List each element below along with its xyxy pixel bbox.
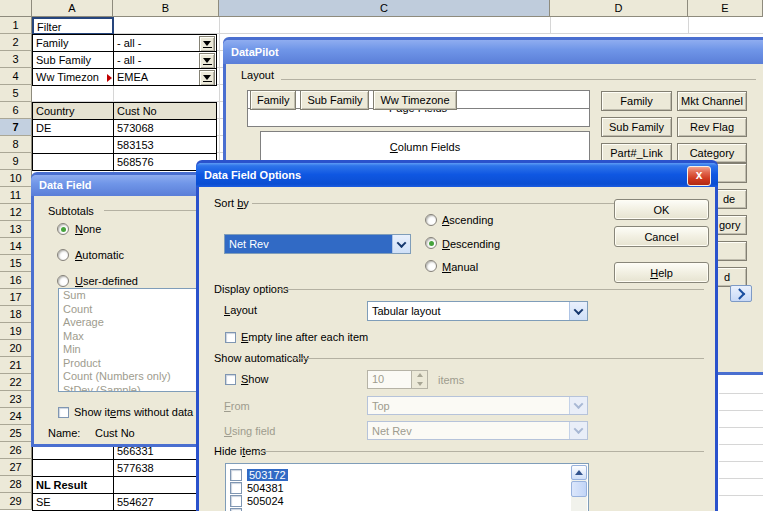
cell-b6[interactable]: Cust No <box>113 102 217 120</box>
data-field-titlebar[interactable]: Data Field <box>31 175 206 196</box>
function-list-item[interactable]: Sum <box>59 289 199 303</box>
row-header[interactable]: 8 <box>0 136 32 153</box>
scroll-right-button[interactable] <box>730 285 752 302</box>
row-header[interactable]: 3 <box>0 51 32 68</box>
hide-item-label[interactable]: 503172 <box>247 469 288 481</box>
subtotals-user-defined-radio[interactable] <box>57 275 69 287</box>
row-header[interactable]: 13 <box>0 221 32 238</box>
field-button[interactable]: Mkt Channel <box>677 91 747 111</box>
row-header[interactable]: 1 <box>0 17 32 34</box>
ascending-label[interactable]: Ascending <box>442 214 493 226</box>
cell-b4[interactable]: EMEA <box>113 68 217 86</box>
cancel-button[interactable]: Cancel <box>614 226 709 247</box>
datapilot-titlebar[interactable]: DataPilot <box>223 40 763 64</box>
hide-item-checkbox[interactable] <box>230 508 242 511</box>
cell-a2[interactable]: Family <box>32 34 114 52</box>
cell-b2[interactable]: - all - <box>113 34 217 52</box>
hide-item-row[interactable]: 505024 <box>226 494 588 507</box>
hide-items-list[interactable]: 503172 504381 505024 <box>225 463 589 511</box>
ok-button[interactable]: OK <box>614 199 709 220</box>
field-button[interactable]: Family <box>601 91 672 111</box>
page-field-button[interactable]: Sub Family <box>300 90 369 110</box>
col-header-c[interactable]: C <box>219 0 550 17</box>
scrollbar[interactable] <box>571 465 587 511</box>
corner-header[interactable] <box>0 0 32 17</box>
row-header[interactable]: 25 <box>0 425 32 442</box>
manual-label[interactable]: Manual <box>442 261 478 273</box>
hide-item-row[interactable]: 504381 <box>226 481 588 494</box>
empty-line-label[interactable]: Empty line after each item <box>241 331 368 343</box>
row-header[interactable]: 12 <box>0 204 32 221</box>
show-items-without-data-label[interactable]: Show items without data <box>74 406 193 418</box>
close-icon[interactable]: x <box>687 166 711 186</box>
subtotals-user-defined-label[interactable]: User-defined <box>75 275 138 287</box>
scrollbar-thumb[interactable] <box>571 481 587 497</box>
cell-a29[interactable]: SE <box>32 493 114 511</box>
row-header[interactable]: 9 <box>0 153 32 170</box>
show-items-without-data-checkbox[interactable] <box>58 407 69 418</box>
function-list-item[interactable]: Count (Numbers only) <box>59 370 199 384</box>
show-label[interactable]: Show <box>241 373 269 385</box>
hide-item-row[interactable]: 503172 <box>226 468 588 481</box>
hide-item-row[interactable] <box>226 507 588 511</box>
row-header[interactable]: 4 <box>0 68 32 85</box>
page-filter-dropdown-icon[interactable] <box>199 36 215 52</box>
grid-area-bottom-right[interactable] <box>719 377 763 511</box>
page-filter-dropdown-icon[interactable] <box>199 53 215 69</box>
cell-b3[interactable]: - all - <box>113 51 217 69</box>
hide-item-checkbox[interactable] <box>230 469 242 481</box>
cell-a27[interactable] <box>32 459 114 477</box>
function-list-item[interactable]: StDev (Sample) <box>59 384 199 393</box>
row-header[interactable]: 24 <box>0 408 32 425</box>
col-header-d[interactable]: D <box>550 0 688 17</box>
field-button[interactable]: Rev Flag <box>677 117 747 137</box>
row-header[interactable]: 7 <box>0 119 32 136</box>
cell-a4[interactable]: Ww Timezon <box>32 68 114 86</box>
row-header[interactable]: 5 <box>0 85 32 102</box>
show-checkbox[interactable] <box>225 374 236 385</box>
scroll-up-button[interactable] <box>571 465 587 480</box>
row-header[interactable]: 23 <box>0 391 32 408</box>
row-header[interactable]: 11 <box>0 187 32 204</box>
show-count-spinner[interactable]: 10 <box>367 370 428 389</box>
row-header[interactable]: 28 <box>0 476 32 493</box>
row-header[interactable]: 10 <box>0 170 32 187</box>
col-header-a[interactable]: A <box>32 0 113 17</box>
cell-a3[interactable]: Sub Family <box>32 51 114 69</box>
row-header[interactable]: 2 <box>0 34 32 51</box>
row-header[interactable]: 29 <box>0 493 32 510</box>
layout-combobox[interactable]: Tabular layout <box>367 301 588 321</box>
descending-label[interactable]: Descending <box>442 238 500 250</box>
options-titlebar[interactable]: Data Field Options <box>196 163 718 187</box>
col-header-e[interactable]: E <box>688 0 763 17</box>
page-filter-dropdown-icon[interactable] <box>199 70 215 86</box>
cell-a9[interactable] <box>32 153 114 171</box>
function-list-item[interactable]: Average <box>59 316 199 330</box>
row-header[interactable]: 18 <box>0 306 32 323</box>
hide-item-checkbox[interactable] <box>230 482 242 494</box>
row-header[interactable]: 20 <box>0 340 32 357</box>
row-header[interactable]: 21 <box>0 357 32 374</box>
empty-line-checkbox[interactable] <box>225 332 236 343</box>
cell-a6[interactable]: Country <box>32 102 114 120</box>
function-list-item[interactable]: Max <box>59 330 199 344</box>
subtotal-functions-list[interactable]: SumCountAverageMaxMinProductCount (Numbe… <box>58 288 200 392</box>
cell-a28[interactable]: NL Result <box>32 476 114 494</box>
function-list-item[interactable]: Product <box>59 357 199 371</box>
col-header-b[interactable]: B <box>113 0 219 17</box>
hide-item-checkbox[interactable] <box>230 495 242 507</box>
function-list-item[interactable]: Min <box>59 343 199 357</box>
sort-field-combobox[interactable]: Net Rev <box>224 234 411 254</box>
row-header[interactable]: 15 <box>0 255 32 272</box>
cell-b7[interactable]: 573068 <box>113 119 217 137</box>
spin-down-icon[interactable] <box>412 380 427 389</box>
cell-a7[interactable]: DE <box>32 119 114 137</box>
subtotals-none-label[interactable]: None <box>75 223 101 235</box>
subtotals-none-radio[interactable] <box>57 223 69 235</box>
descending-radio[interactable] <box>425 237 437 249</box>
chevron-down-icon[interactable] <box>569 302 587 320</box>
subtotals-automatic-radio[interactable] <box>57 249 69 261</box>
page-field-button[interactable]: Family <box>250 90 296 110</box>
spin-up-icon[interactable] <box>412 371 427 380</box>
page-field-button[interactable]: Ww Timezone <box>373 90 456 110</box>
